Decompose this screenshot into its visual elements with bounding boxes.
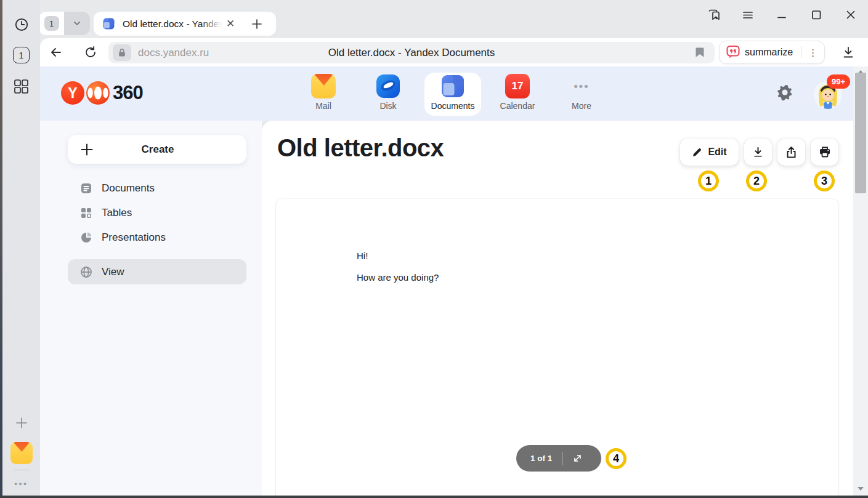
sidebar-item-tables[interactable]: Tables [68,201,246,225]
pager-divider [562,452,563,465]
y360-header: Y 360 [40,66,853,121]
window-edge [0,496,868,498]
chevron-down-icon [73,19,81,28]
plus-icon [15,416,28,430]
browser-menu-button[interactable] [739,6,756,23]
browser-window: 1 ••• 1 [0,0,868,498]
document-line: Hi! [357,251,368,261]
document-view: Old letter.docx Edit [262,121,853,496]
tab-group-control[interactable]: 1 [39,12,90,35]
tab-close-icon[interactable]: ✕ [226,18,235,29]
nav-item-more[interactable]: ••• More [553,73,610,111]
plus-icon [80,143,94,156]
sidebar-item-documents[interactable]: Documents [68,176,246,201]
calendar-icon: 17 [505,74,530,98]
edit-label: Edit [708,147,726,158]
document-icon [80,182,92,195]
hamburger-icon [742,9,754,21]
download-button[interactable] [744,139,772,166]
plus-icon [251,18,262,30]
disk-icon [376,74,400,98]
chip-divider [801,46,802,58]
apps-grid-button[interactable] [2,79,40,94]
chip-more-button[interactable]: ⋮ [808,48,817,57]
nav-item-disk[interactable]: Disk [360,73,416,111]
edit-button[interactable]: Edit [680,139,739,166]
minimize-icon [776,9,788,21]
side-panel-button[interactable] [705,6,723,23]
close-window-button[interactable] [842,6,859,23]
sidebar-item-label: Documents [102,182,155,195]
summarize-quote-icon [726,45,740,60]
sidebar-list: Documents Tables Prese [68,176,246,250]
close-icon [845,9,857,21]
documents-tab-icon [102,17,115,30]
reload-button[interactable] [79,38,102,66]
share-icon [785,147,797,158]
minimize-button[interactable] [773,6,790,23]
page-indicator[interactable]: 1 of 1 [516,445,601,472]
scroll-down-arrow[interactable] [853,484,868,493]
summarize-label: summarize [745,47,793,58]
ellipsis-icon: ••• [553,74,610,98]
tab-group-dropdown[interactable] [64,12,90,35]
sidebar-item-label: Presentations [102,231,166,244]
clock-icon [14,17,29,32]
history-button[interactable] [2,17,40,32]
rail-add-button[interactable] [2,416,40,430]
annotation-marker-2: 2 [746,171,767,191]
rail-more-button[interactable]: ••• [2,479,40,488]
fullscreen-button[interactable] [572,453,583,464]
create-label: Create [94,143,222,156]
calendar-date-badge: 17 [512,80,524,92]
tab-strip: 1 Old letter.docx - Yandex ✕ [40,0,868,38]
printer-icon [819,146,831,158]
scrollbar-thumb[interactable] [855,73,866,193]
page-scrollbar[interactable] [853,66,868,496]
window-edge [0,0,2,498]
mail-icon [311,74,336,98]
notification-badge: 99+ [827,74,850,89]
create-button[interactable]: Create [68,135,246,164]
new-tab-button[interactable] [245,12,268,35]
nav-item-mail[interactable]: Mail [295,73,352,111]
summarize-chip[interactable]: summarize ⋮ [719,41,825,64]
share-button[interactable] [777,139,805,166]
gear-icon [776,84,793,101]
print-button[interactable] [811,139,838,166]
bookmark-button[interactable] [696,47,705,58]
mail-app-icon [10,442,33,464]
download-icon [752,147,764,158]
tab-counter-button[interactable]: 1 [2,47,40,63]
page-content: Create Documents [40,121,853,496]
settings-button[interactable] [776,84,793,101]
nav-item-documents[interactable]: Documents [424,73,481,116]
downloads-button[interactable] [837,38,860,66]
sidebar-item-label: View [102,266,124,278]
apps-nav: Mail Disk [40,66,853,121]
annotation-marker-1: 1 [698,171,719,191]
rail-divider [2,470,40,470]
annotation-marker-3: 3 [814,171,835,191]
browser-toolbar: docs.yandex.ru Old letter.docx - Yandex … [40,38,868,66]
yandex-mail-shortcut[interactable] [2,442,40,464]
globe-icon [80,266,92,278]
maximize-button[interactable] [808,6,825,23]
bookmark-icon [696,47,705,58]
arrow-left-icon [49,46,63,59]
back-button[interactable] [45,38,67,66]
nav-item-calendar[interactable]: 17 Calendar [489,73,546,111]
sidebar-item-view[interactable]: View [68,259,246,284]
document-line: How are you doing? [357,272,439,283]
address-bar[interactable]: docs.yandex.ru Old letter.docx - Yandex … [108,42,715,63]
expand-icon [572,453,583,464]
docs-sidebar: Create Documents [40,121,262,496]
pencil-icon [692,147,702,158]
sidebar-item-label: Tables [102,207,132,219]
sidebar-item-presentations[interactable]: Presentations [68,225,246,250]
page-count-label: 1 of 1 [530,454,552,463]
tab-group-count[interactable]: 1 [39,12,64,35]
grid-icon [14,79,29,94]
maximize-icon [810,9,822,21]
tab-title: Old letter.docx - Yandex [123,18,222,30]
